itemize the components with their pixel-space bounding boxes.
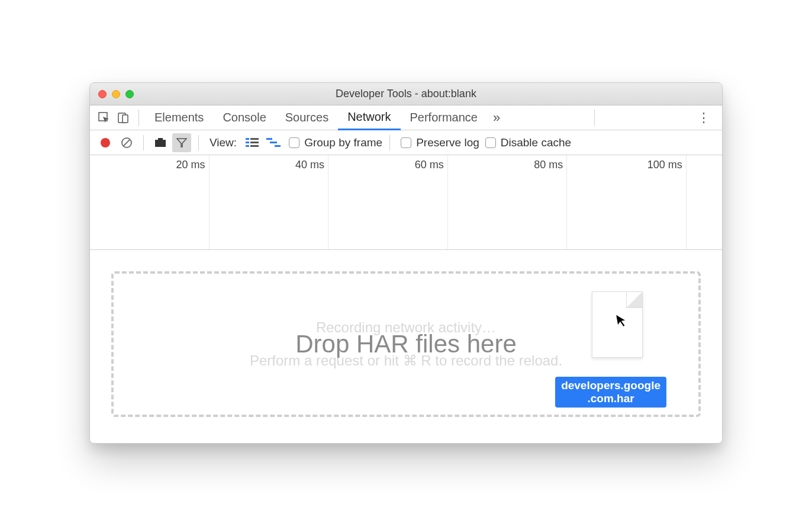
svg-line-4: [123, 139, 130, 146]
waterfall-overview-icon[interactable]: [264, 133, 283, 152]
timeline-tick: 100 ms: [647, 159, 682, 171]
timeline-tick: 40 ms: [295, 159, 324, 171]
svg-rect-8: [250, 138, 259, 140]
divider: [594, 110, 595, 126]
device-toggle-icon[interactable]: [114, 108, 133, 127]
svg-rect-14: [270, 142, 277, 143]
checkbox-icon[interactable]: [289, 137, 299, 148]
svg-rect-2: [123, 115, 128, 123]
timeline-overview[interactable]: 20 ms 40 ms 60 ms 80 ms 100 ms: [90, 155, 722, 250]
network-toolbar: View: Group by frame Preserve log Disabl…: [90, 130, 722, 155]
svg-rect-11: [246, 145, 249, 147]
tab-console[interactable]: Console: [213, 105, 275, 130]
timeline-tick: 60 ms: [415, 159, 444, 171]
window-title: Developer Tools - about:blank: [336, 88, 476, 100]
svg-rect-9: [246, 142, 249, 143]
tab-elements[interactable]: Elements: [145, 105, 213, 130]
svg-rect-7: [246, 138, 249, 140]
svg-rect-15: [275, 145, 281, 147]
devtools-window: Developer Tools - about:blank Elements C…: [89, 82, 723, 444]
network-content-area: Recording network activity… Perform a re…: [90, 250, 722, 443]
view-label: View:: [210, 136, 237, 149]
filename-line1: developers.google: [561, 379, 660, 392]
har-drop-zone[interactable]: Recording network activity… Perform a re…: [111, 271, 701, 417]
kebab-menu-icon[interactable]: ⋮: [689, 110, 717, 126]
checkbox-icon[interactable]: [401, 137, 411, 148]
maximize-window-button[interactable]: [125, 90, 134, 98]
divider: [138, 110, 139, 126]
minimize-window-button[interactable]: [112, 90, 120, 98]
preserve-log-label: Preserve log: [416, 136, 479, 149]
tab-performance[interactable]: Performance: [401, 105, 488, 130]
dragged-file-label: developers.google .com.har: [555, 377, 666, 408]
group-by-frame-option[interactable]: Group by frame: [289, 136, 382, 149]
disable-cache-option[interactable]: Disable cache: [485, 136, 571, 149]
tab-bar: Elements Console Sources Network Perform…: [90, 105, 722, 130]
divider: [389, 135, 390, 150]
capture-screenshots-icon[interactable]: [151, 133, 170, 152]
record-button[interactable]: [96, 133, 115, 152]
dragged-file-icon: [592, 291, 643, 358]
svg-rect-5: [155, 140, 166, 147]
preserve-log-option[interactable]: Preserve log: [401, 136, 479, 149]
close-window-button[interactable]: [98, 90, 107, 98]
large-rows-icon[interactable]: [243, 133, 262, 152]
inspect-element-icon[interactable]: [95, 108, 114, 127]
tab-sources[interactable]: Sources: [276, 105, 338, 130]
timeline-tick: 20 ms: [176, 159, 205, 171]
disable-cache-label: Disable cache: [501, 136, 571, 149]
svg-rect-12: [250, 145, 259, 147]
clear-button[interactable]: [117, 133, 136, 152]
timeline-tick: 80 ms: [534, 159, 563, 171]
tab-network[interactable]: Network: [338, 105, 400, 130]
svg-rect-13: [266, 138, 272, 140]
titlebar: Developer Tools - about:blank: [90, 83, 722, 105]
group-by-frame-label: Group by frame: [304, 136, 382, 149]
filter-icon[interactable]: [172, 133, 191, 152]
checkbox-icon[interactable]: [485, 137, 496, 148]
divider: [143, 135, 144, 150]
filename-line2: .com.har: [587, 392, 634, 405]
svg-rect-6: [158, 138, 163, 140]
divider: [198, 135, 199, 150]
more-tabs-button[interactable]: »: [487, 110, 506, 126]
svg-rect-10: [250, 142, 259, 143]
window-controls: [98, 90, 134, 98]
